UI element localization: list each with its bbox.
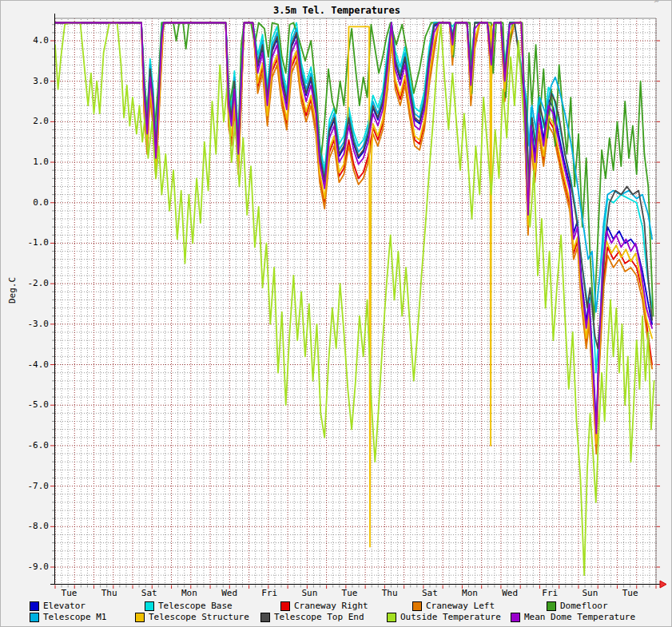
x-tick-label: Thu [372,589,408,598]
x-tick-label: Wed [212,589,247,598]
y-tick-label: -1.0 [15,238,49,248]
y-tick-label: 0.0 [15,198,49,208]
legend-label: Telescope Base [158,601,233,611]
x-tick-label: Sun [292,589,327,598]
legend-item-craneway-left: Craneway Left [412,601,495,611]
legend-label: Outside Temperature [400,612,501,622]
legend-item-telescope-base: Telescope Base [145,601,233,611]
legend-label: Telescope Structure [149,612,249,622]
legend-swatch-icon [280,601,290,611]
x-tick-label: Fri [532,589,567,598]
y-tick-label: 3.0 [15,77,49,86]
y-tick-label: 1.0 [15,157,49,167]
legend-label: Domefloor [560,601,608,611]
y-tick-label: 4.0 [15,36,49,46]
legend-item-craneway-right: Craneway Right [280,601,368,611]
x-tick-label: Mon [452,589,487,598]
legend-item-domefloor: Domefloor [547,601,608,611]
x-tick-label: Sat [412,589,447,598]
temperature-plot [1,1,672,600]
legend-swatch-icon [145,601,154,611]
x-tick-label: Thu [92,589,127,598]
y-tick-label: -3.0 [15,319,49,329]
y-tick-label: -9.0 [15,562,49,572]
y-tick-label: -7.0 [15,482,49,491]
legend-label: Craneway Left [426,601,495,611]
x-tick-label: Sat [132,589,167,598]
legend-label: Elevator [43,601,85,611]
x-tick-label: Wed [492,589,527,598]
legend-label: Telescope M1 [43,612,106,622]
rrdtool-graph-panel: 3.5m Tel. Temperatures RRDTOOL / TOBI OE… [0,0,672,627]
legend-swatch-icon [387,613,396,622]
y-tick-label: -2.0 [15,279,49,288]
legend-item-telescope-structure: Telescope Structure [135,612,249,622]
legend-label: Mean Dome Temperature [524,612,635,622]
legend-swatch-icon [260,613,270,622]
y-tick-label: 2.0 [15,117,49,126]
legend-swatch-icon [511,613,520,622]
legend-label: Telescope Top End [274,612,364,622]
y-tick-label: -4.0 [15,360,49,370]
legend-label: Craneway Right [294,601,368,611]
legend-item-mean-dome-temperature: Mean Dome Temperature [511,612,635,622]
legend-swatch-icon [30,613,39,622]
legend-item-telescope-top-end: Telescope Top End [260,612,364,622]
y-tick-label: -5.0 [15,400,49,410]
y-tick-label: -8.0 [15,522,49,531]
x-tick-label: Tue [332,589,368,598]
legend-swatch-icon [412,601,422,611]
legend-item-outside-temperature: Outside Temperature [387,612,501,622]
legend-swatch-icon [30,601,39,611]
legend-swatch-icon [547,601,556,611]
x-tick-label: Sun [572,589,607,598]
legend-swatch-icon [135,613,145,622]
x-axis-arrow-icon [660,581,666,588]
y-tick-label: -6.0 [15,441,49,450]
x-tick-label: Tue [52,589,87,598]
x-tick-label: Fri [252,589,287,598]
x-tick-label: Mon [172,589,207,598]
legend-item-elevator: Elevator [30,601,85,611]
x-tick-label: Tue [613,589,648,598]
legend-item-telescope-m1: Telescope M1 [30,612,106,622]
